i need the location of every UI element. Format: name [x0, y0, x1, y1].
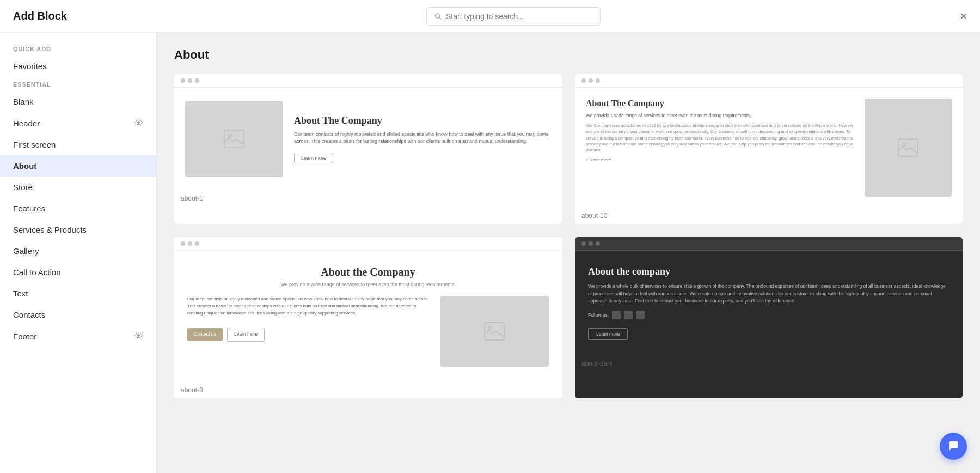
about10-title: About The Company: [586, 99, 854, 108]
close-button[interactable]: ×: [960, 9, 967, 23]
about3-header: About the Company We provide a wide rang…: [187, 266, 549, 287]
about10-image: [865, 99, 952, 197]
sidebar-item-text[interactable]: Text: [0, 283, 156, 304]
card-body-about-10: About The Company We provide a wide rang…: [575, 88, 963, 208]
sidebar: QUICK ADD Favorites ESSENTIAL Blank Head…: [0, 33, 157, 473]
dot1: [581, 78, 586, 83]
about10-inner: About The Company We provide a wide rang…: [575, 88, 963, 208]
dot2: [188, 241, 192, 246]
dot3: [596, 241, 600, 246]
card-about-1[interactable]: About The Company Our team consists of h…: [174, 74, 562, 224]
chat-icon: [947, 440, 959, 452]
dot1: [181, 241, 185, 246]
about3-inner: About the Company We provide a wide rang…: [174, 251, 562, 382]
sidebar-section-essential: ESSENTIAL: [0, 77, 156, 91]
about10-description: Our Company was established in 1989 by t…: [586, 123, 854, 153]
page-title: Add Block: [13, 10, 67, 22]
about3-label: about-3: [174, 382, 562, 398]
svg-point-5: [902, 143, 905, 146]
cards-grid: About The Company Our team consists of h…: [174, 74, 963, 398]
dot3: [596, 78, 600, 83]
sidebar-item-features[interactable]: Features: [0, 198, 156, 219]
search-bar[interactable]: [426, 7, 601, 26]
about-dark-title: About the company: [588, 266, 950, 277]
star-icon[interactable]: ☆: [548, 80, 556, 92]
dot2: [589, 78, 593, 83]
sidebar-item-first-screen[interactable]: First screen: [0, 134, 156, 155]
about-dark-learn-btn[interactable]: Learn more: [588, 328, 628, 340]
about10-label: about-10: [575, 208, 963, 224]
sidebar-item-gallery[interactable]: Gallery: [0, 240, 156, 262]
sidebar-item-services-products[interactable]: Services & Products: [0, 219, 156, 240]
about3-text-col: Our team consists of highly motivated an…: [187, 296, 431, 367]
sidebar-item-header[interactable]: Header 👁: [0, 112, 156, 134]
sidebar-item-blank[interactable]: Blank: [0, 91, 156, 112]
about10-text: About The Company We provide a wide rang…: [586, 99, 854, 197]
search-icon: [434, 13, 442, 20]
facebook-icon[interactable]: [612, 311, 621, 319]
youtube-icon[interactable]: [636, 311, 645, 319]
instagram-icon[interactable]: [624, 311, 633, 319]
about3-image: [440, 296, 549, 367]
about-dark-inner: About the company We provide a whole bul…: [575, 251, 963, 355]
sidebar-item-contacts[interactable]: Contacts: [0, 304, 156, 325]
svg-point-7: [488, 326, 492, 330]
about-dark-follow: Follow us:: [588, 311, 950, 319]
card-about-10[interactable]: About The Company We provide a wide rang…: [575, 74, 963, 224]
about3-title: About the Company: [187, 266, 549, 278]
dot1: [581, 241, 586, 246]
card-about-dark[interactable]: About the company We provide a whole bul…: [575, 237, 963, 398]
about3-learn-btn[interactable]: Learn more: [227, 328, 265, 342]
card-body-about-dark: About the company We provide a whole bul…: [575, 251, 963, 355]
about3-body: Our team consists of highly motivated an…: [187, 296, 549, 367]
sidebar-item-call-to-action[interactable]: Call to Action: [0, 262, 156, 283]
about10-read-more[interactable]: › Read more: [586, 157, 854, 162]
dot3: [195, 241, 199, 246]
sidebar-item-store[interactable]: Store: [0, 177, 156, 198]
browser-chrome-3: [174, 237, 562, 251]
about10-subtitle: We provide a wide range of services to m…: [586, 113, 854, 118]
top-bar: Add Block ×: [0, 0, 980, 33]
about3-subtitle: We provide a wide range of services to m…: [187, 282, 549, 287]
card-body-about-3: About the Company We provide a wide rang…: [174, 251, 562, 382]
sidebar-item-favorites[interactable]: Favorites: [0, 56, 156, 77]
about3-buttons: Contact us Learn more: [187, 322, 431, 342]
about3-contact-btn[interactable]: Contact us: [187, 328, 223, 341]
card-about-3[interactable]: About the Company We provide a wide rang…: [174, 237, 562, 398]
eye-icon-footer: 👁: [134, 331, 143, 341]
sidebar-item-footer[interactable]: Footer 👁: [0, 325, 156, 347]
browser-chrome-dark: [575, 237, 963, 251]
about-dark-label: about-dark: [575, 355, 963, 372]
eye-icon: 👁: [134, 118, 143, 128]
browser-chrome-10: [575, 74, 963, 88]
sidebar-section-quick-add: QUICK ADD: [0, 41, 156, 56]
sidebar-item-about[interactable]: About: [0, 155, 156, 177]
chat-button[interactable]: [940, 433, 967, 460]
search-input[interactable]: [446, 12, 592, 21]
svg-line-1: [439, 17, 441, 19]
about-dark-description: We provide a whole bulk of services to e…: [588, 283, 950, 305]
content-area: About About The Company Ou: [157, 33, 980, 473]
main-layout: QUICK ADD Favorites ESSENTIAL Blank Head…: [0, 33, 980, 473]
section-title: About: [174, 48, 963, 62]
dot2: [589, 241, 593, 246]
